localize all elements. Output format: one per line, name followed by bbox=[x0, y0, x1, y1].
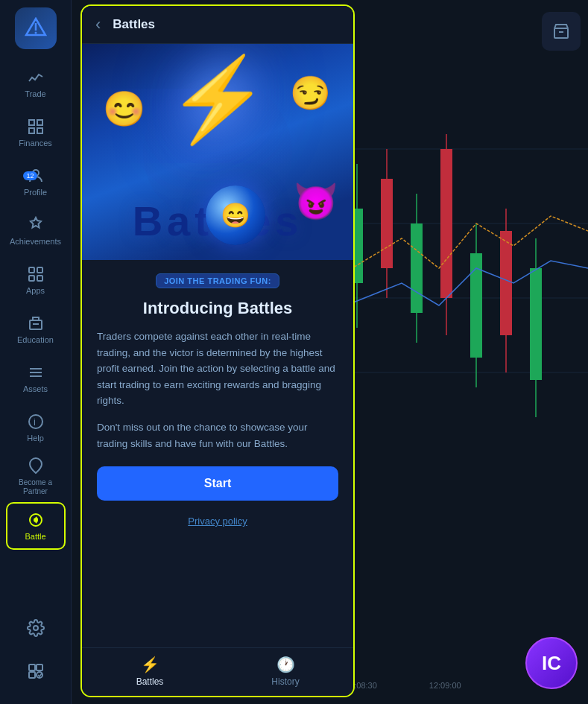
sidebar-label-trade: Trade bbox=[25, 89, 45, 98]
profile-badge: 12 bbox=[23, 171, 37, 180]
sidebar-item-apps[interactable]: Apps bbox=[6, 256, 66, 304]
introducing-heading: Introducing Battles bbox=[97, 299, 338, 318]
sidebar-item-profile[interactable]: 12 Profile bbox=[6, 158, 66, 206]
emoji-right-top: 😏 bbox=[290, 74, 331, 112]
sidebar-label-assets: Assets bbox=[23, 384, 48, 393]
svg-rect-9 bbox=[37, 267, 42, 273]
back-button[interactable]: ‹ bbox=[95, 16, 101, 33]
sidebar-item-assets[interactable]: Assets bbox=[6, 355, 66, 402]
svg-point-21 bbox=[34, 626, 38, 630]
svg-rect-11 bbox=[37, 276, 42, 281]
svg-point-2 bbox=[34, 32, 37, 34]
sidebar-label-profile: Profile bbox=[24, 188, 47, 197]
sidebar-item-trade[interactable]: Trade bbox=[6, 60, 66, 107]
svg-rect-23 bbox=[37, 665, 42, 670]
sidebar-label-education: Education bbox=[17, 335, 54, 344]
avatar-initials: IC bbox=[542, 652, 561, 675]
svg-rect-5 bbox=[29, 128, 34, 133]
svg-rect-22 bbox=[29, 665, 35, 670]
battles-tab-icon: ⚡ bbox=[141, 656, 159, 673]
svg-rect-4 bbox=[37, 120, 42, 125]
svg-rect-37 bbox=[440, 149, 452, 298]
sidebar-item-finances[interactable]: Finances bbox=[6, 109, 66, 156]
sidebar-item-settings[interactable] bbox=[6, 609, 66, 647]
svg-text:i: i bbox=[34, 416, 36, 428]
battles-panel: ‹ Battles ⚡ 😊 😏 😈 Battles 😄 JOIN THE TRA… bbox=[80, 4, 355, 697]
sidebar-label-finances: Finances bbox=[19, 139, 52, 148]
svg-rect-8 bbox=[29, 267, 34, 273]
svg-rect-10 bbox=[29, 276, 34, 281]
description-paragraph-1: Traders compete against each other in re… bbox=[97, 329, 338, 409]
battles-tab-label: Battles bbox=[136, 676, 164, 687]
svg-rect-24 bbox=[29, 672, 35, 678]
sidebar-item-education[interactable]: Education bbox=[6, 305, 66, 353]
description-paragraph-2: Don't miss out on the chance to showcase… bbox=[97, 419, 338, 451]
sidebar-item-partner[interactable]: Become aPartner bbox=[6, 453, 66, 501]
sidebar-label-partner: Become aPartner bbox=[19, 478, 52, 496]
history-tab-label: History bbox=[271, 676, 299, 687]
history-tab-icon: 🕐 bbox=[276, 656, 295, 673]
tab-history[interactable]: 🕐 History bbox=[218, 648, 353, 696]
blue-ball-icon: 😄 bbox=[206, 185, 265, 245]
top-right-actions bbox=[542, 12, 581, 51]
svg-point-20 bbox=[34, 519, 37, 521]
svg-point-17 bbox=[29, 415, 42, 428]
svg-rect-6 bbox=[37, 128, 42, 133]
sidebar-label-achievements: Achievements bbox=[10, 237, 61, 246]
privacy-policy-link[interactable]: Privacy policy bbox=[97, 511, 338, 531]
svg-rect-44 bbox=[554, 28, 568, 38]
avatar[interactable]: IC bbox=[525, 637, 578, 689]
banner-image: ⚡ 😊 😏 😈 Battles 😄 bbox=[82, 44, 353, 260]
chart-background bbox=[327, 74, 588, 447]
sidebar: Trade Finances 12 Profile Achievements bbox=[0, 0, 72, 704]
sidebar-bottom bbox=[6, 609, 66, 704]
sidebar-label-help: Help bbox=[27, 434, 44, 443]
start-button[interactable]: Start bbox=[97, 466, 338, 501]
svg-rect-43 bbox=[530, 268, 542, 380]
time-label-2: 12:09:00 bbox=[429, 681, 461, 690]
join-tag: JOIN THE TRADING FUN: bbox=[156, 273, 279, 288]
sidebar-label-battle: Battle bbox=[25, 532, 45, 541]
svg-rect-33 bbox=[381, 179, 393, 268]
emoji-left: 😊 bbox=[103, 89, 145, 129]
sidebar-item-achievements[interactable]: Achievements bbox=[6, 207, 66, 255]
svg-rect-35 bbox=[411, 223, 423, 313]
panel-body: JOIN THE TRADING FUN: Introducing Battle… bbox=[82, 260, 353, 647]
app-logo[interactable] bbox=[15, 7, 57, 49]
svg-rect-3 bbox=[29, 120, 34, 125]
sidebar-label-apps: Apps bbox=[26, 286, 45, 295]
sidebar-item-help[interactable]: i Help bbox=[6, 404, 66, 451]
lightning-icon: ⚡ bbox=[167, 51, 269, 148]
panel-title: Battles bbox=[113, 17, 155, 32]
panel-footer-tabs: ⚡ Battles 🕐 History bbox=[82, 647, 353, 696]
svg-rect-41 bbox=[500, 231, 512, 335]
panel-header: ‹ Battles bbox=[82, 6, 353, 44]
tab-battles[interactable]: ⚡ Battles bbox=[82, 648, 218, 696]
sidebar-item-nav-back[interactable] bbox=[6, 652, 66, 691]
archive-icon-button[interactable] bbox=[542, 12, 581, 51]
sidebar-item-battle[interactable]: Battle bbox=[6, 502, 66, 550]
